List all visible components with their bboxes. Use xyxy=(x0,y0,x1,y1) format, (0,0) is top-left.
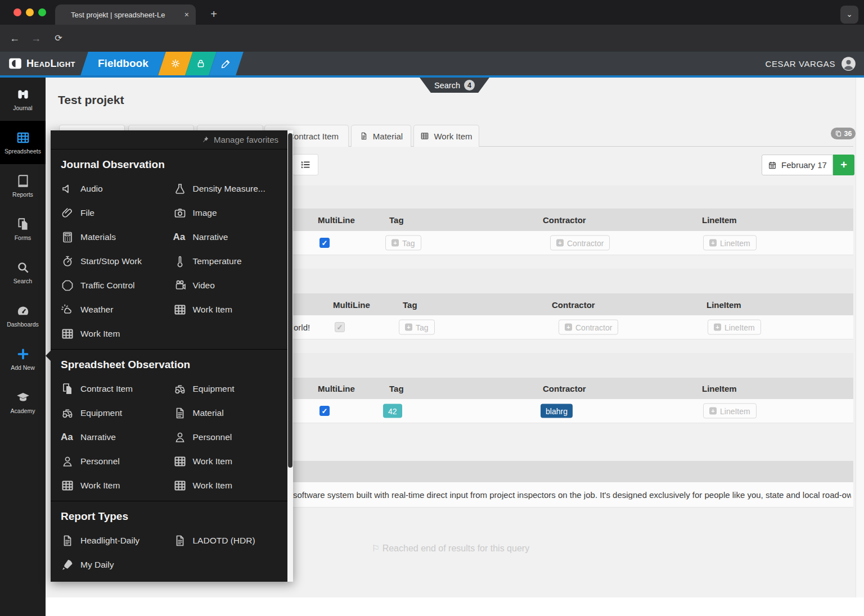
menu-item-my-daily[interactable]: My Daily xyxy=(60,552,172,577)
add-tag-button[interactable]: Tag xyxy=(385,235,421,251)
menu-item-headlight-daily[interactable]: Headlight-Daily xyxy=(60,528,172,552)
add-contractor-button[interactable]: Contractor xyxy=(559,320,618,335)
menu-item-personnel[interactable]: Personnel xyxy=(172,425,285,449)
add-lineitem-button[interactable]: LineItem xyxy=(703,404,757,419)
add-contractor-button[interactable]: Contractor xyxy=(550,235,610,251)
grid-icon xyxy=(173,455,187,468)
column-header-multiline: MultiLine xyxy=(333,300,370,309)
menu-item-personnel[interactable]: Personnel xyxy=(60,449,172,473)
plus-square-icon xyxy=(392,239,399,247)
flag-icon xyxy=(372,543,382,553)
reload-button[interactable] xyxy=(52,31,65,45)
pin-icon xyxy=(201,135,209,144)
paperclip-icon xyxy=(61,206,74,220)
menu-item-weather[interactable]: Weather xyxy=(60,297,172,321)
menu-item-audio[interactable]: Audio xyxy=(60,176,172,201)
menu-item-image[interactable]: Image xyxy=(172,201,285,225)
forward-button[interactable] xyxy=(29,31,43,45)
document-icon xyxy=(173,406,187,420)
app-ribbon: Fieldbook xyxy=(84,52,240,75)
column-header-tag: Tag xyxy=(403,300,417,309)
date-picker-button[interactable]: February 17 xyxy=(762,155,833,175)
app-header: HeadLight Fieldbook CESAR VARGAS xyxy=(0,52,864,78)
flyout-scrollbar-track[interactable] xyxy=(287,130,293,582)
manage-favorites-link[interactable]: Manage favorites xyxy=(214,135,278,144)
movie-camera-icon xyxy=(173,279,187,292)
sidebar-item-add-new[interactable]: Add New xyxy=(0,337,46,381)
sidebar-item-spreadsheets[interactable]: Spreadsheets xyxy=(0,121,46,164)
flyout-section-report-types: Report Types Headlight-Daily LADOTD (HDR… xyxy=(51,501,293,580)
add-observation-button[interactable]: + xyxy=(833,155,854,175)
list-icon xyxy=(300,159,311,170)
plus-square-icon xyxy=(556,239,564,247)
tab-material[interactable]: Material xyxy=(351,125,411,147)
page-title: Test projekt xyxy=(58,93,124,107)
add-lineitem-button[interactable]: LineItem xyxy=(703,235,757,251)
menu-item-start-stop-work[interactable]: Start/Stop Work xyxy=(60,249,172,273)
menu-item-materials[interactable]: Materials xyxy=(60,225,172,249)
plus-square-icon xyxy=(709,407,717,415)
menu-item-density-measure[interactable]: Density Measure... xyxy=(172,176,285,201)
sidebar-item-forms[interactable]: Forms xyxy=(0,207,46,251)
pen-icon xyxy=(220,58,232,69)
back-button[interactable] xyxy=(8,31,21,45)
tab-close-icon[interactable]: × xyxy=(184,10,189,19)
menu-item-equipment[interactable]: Equipment xyxy=(60,401,172,425)
tractor-icon xyxy=(61,406,74,420)
menu-item-equipment[interactable]: Equipment xyxy=(172,377,285,401)
sidebar-item-search[interactable]: Search xyxy=(0,251,46,294)
add-tag-button[interactable]: Tag xyxy=(399,320,435,335)
column-header-tag: Tag xyxy=(389,384,404,393)
menu-item-contract-item[interactable]: Contract Item xyxy=(60,377,172,401)
menu-item-material[interactable]: Material xyxy=(172,401,285,425)
sidebar-item-dashboards[interactable]: Dashboards xyxy=(0,294,46,337)
tab-search-chevron-button[interactable] xyxy=(840,6,858,24)
gear-icon xyxy=(170,58,181,69)
rocket-icon xyxy=(61,558,74,572)
menu-item-ladotd-hdr[interactable]: LADOTD (HDR) xyxy=(172,528,285,552)
magnifier-icon xyxy=(16,260,30,275)
user-menu[interactable]: CESAR VARGAS xyxy=(766,56,856,71)
lock-icon xyxy=(195,58,206,69)
flyout-scrollbar-thumb[interactable] xyxy=(288,133,292,468)
close-window-button[interactable] xyxy=(14,8,21,16)
list-view-button[interactable] xyxy=(292,154,318,175)
multiline-checkbox[interactable] xyxy=(320,406,330,416)
menu-item-video[interactable]: Video xyxy=(172,273,285,297)
menu-item-narrative[interactable]: AaNarrative xyxy=(60,425,172,449)
flyout-header: Manage favorites xyxy=(51,130,293,150)
copy-icon xyxy=(835,130,842,137)
speaker-icon xyxy=(61,182,74,196)
add-lineitem-button[interactable]: LineItem xyxy=(708,320,761,335)
grid-icon xyxy=(173,303,187,316)
maximize-window-button[interactable] xyxy=(38,8,46,16)
search-drawer-tab[interactable]: Search 4 xyxy=(420,78,489,93)
sidebar-item-academy[interactable]: Academy xyxy=(0,381,46,424)
column-header-multiline: MultiLine xyxy=(318,215,355,225)
column-header-contractor: Contractor xyxy=(552,300,595,309)
menu-item-traffic-control[interactable]: Traffic Control xyxy=(60,273,172,297)
menu-item-work-item[interactable]: Work Item xyxy=(172,473,285,497)
column-header-multiline: MultiLine xyxy=(318,384,355,393)
new-tab-button[interactable] xyxy=(206,7,222,22)
minimize-window-button[interactable] xyxy=(26,8,34,16)
contractor-value-badge[interactable]: blahrg xyxy=(541,404,573,418)
menu-item-temperature[interactable]: Temperature xyxy=(172,249,285,273)
tab-work-item[interactable]: Work Item xyxy=(413,125,479,147)
content-footer-area xyxy=(46,597,864,616)
page-scrollbar[interactable] xyxy=(856,78,864,616)
menu-item-work-item[interactable]: Work Item xyxy=(172,297,285,321)
browser-tab[interactable]: Test projekt | spreadsheet-Le × xyxy=(55,4,196,25)
sidebar-item-journal[interactable]: Journal xyxy=(0,78,46,121)
Aa-text-icon: Aa xyxy=(173,232,187,243)
menu-item-file[interactable]: File xyxy=(60,201,172,225)
menu-item-work-item[interactable]: Work Item xyxy=(60,321,172,346)
multiline-checkbox[interactable] xyxy=(320,238,330,248)
fieldbook-button[interactable]: Fieldbook xyxy=(80,52,165,75)
tag-value-badge[interactable]: 42 xyxy=(383,404,402,418)
menu-item-narrative[interactable]: AaNarrative xyxy=(172,225,285,249)
menu-item-work-item[interactable]: Work Item xyxy=(60,473,172,497)
menu-item-work-item[interactable]: Work Item xyxy=(172,449,285,473)
sidebar-item-reports[interactable]: Reports xyxy=(0,164,46,207)
plus-square-icon xyxy=(714,324,721,331)
